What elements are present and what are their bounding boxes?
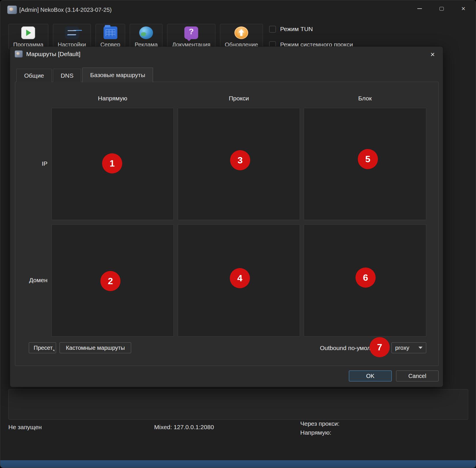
outbound-select[interactable]: proxy bbox=[391, 342, 426, 353]
status-direct: Напрямую: bbox=[300, 428, 339, 437]
server-list-panel bbox=[8, 389, 468, 420]
maximize-icon bbox=[439, 7, 444, 11]
toolbar-docs-button[interactable]: Документация bbox=[167, 24, 215, 49]
status-via-proxy: Через прокси: bbox=[300, 419, 339, 428]
toolbar-program-button[interactable]: Программа bbox=[8, 24, 48, 49]
nekobox-window: [Admin] NekoBox (3.14-2023-07-25) × Прог… bbox=[0, 0, 476, 468]
bottom-bar bbox=[0, 460, 476, 468]
ok-button[interactable]: OK bbox=[349, 370, 392, 381]
annotation-marker-5: 5 bbox=[358, 149, 378, 169]
status-mixed-address: Mixed: 127.0.0.1:2080 bbox=[154, 424, 214, 431]
tun-mode-checkbox[interactable]: Режим TUN bbox=[269, 26, 353, 33]
window-controls: × bbox=[412, 2, 471, 15]
annotation-marker-6: 6 bbox=[355, 268, 376, 288]
dialog-title: Маршруты [Default] bbox=[26, 51, 81, 58]
status-state: Не запущен bbox=[8, 424, 42, 431]
server-icon bbox=[104, 26, 117, 39]
app-icon bbox=[7, 5, 17, 14]
outbound-select-value: proxy bbox=[395, 345, 409, 351]
close-button[interactable]: × bbox=[456, 2, 471, 15]
column-header-proxy: Прокси bbox=[178, 95, 300, 102]
row-label-ip: IP bbox=[15, 160, 47, 167]
annotation-marker-1: 1 bbox=[102, 153, 122, 173]
program-icon bbox=[21, 26, 35, 39]
annotation-marker-4: 4 bbox=[230, 268, 250, 288]
main-titlebar: [Admin] NekoBox (3.14-2023-07-25) × bbox=[0, 0, 476, 20]
dialog-app-icon bbox=[15, 50, 23, 58]
routes-frame: Напрямую Прокси Блок IP Домен Пресет Кас… bbox=[15, 82, 439, 366]
preset-button[interactable]: Пресет bbox=[29, 342, 56, 353]
tab-dns[interactable]: DNS bbox=[53, 69, 81, 82]
globe-icon bbox=[139, 26, 153, 39]
status-traffic: Через прокси: Напрямую: bbox=[300, 419, 339, 437]
close-icon: × bbox=[461, 5, 465, 12]
annotation-marker-3: 3 bbox=[230, 150, 250, 170]
toolbar-settings-button[interactable]: Настройки bbox=[53, 24, 91, 49]
column-header-direct: Напрямую bbox=[51, 95, 174, 102]
minimize-icon bbox=[417, 8, 422, 9]
outbound-default-label: Outbound по-умолч bbox=[320, 345, 374, 352]
update-arrow-icon bbox=[234, 26, 248, 39]
column-header-block: Блок bbox=[304, 95, 426, 102]
dialog-close-button[interactable]: × bbox=[426, 48, 439, 60]
mode-checkboxes: Режим TUN Режим системного прокси bbox=[269, 26, 353, 48]
tun-mode-label: Режим TUN bbox=[280, 26, 313, 33]
tun-mode-checkbox-box[interactable] bbox=[269, 26, 276, 33]
custom-routes-button[interactable]: Кастомные маршруты bbox=[60, 342, 131, 353]
maximize-button[interactable] bbox=[434, 2, 449, 15]
row-label-domain: Домен bbox=[15, 277, 47, 284]
dialog-tabs: Общие DNS Базовые маршруты bbox=[16, 68, 154, 82]
toolbar-server-button[interactable]: Сервер bbox=[95, 24, 125, 49]
annotation-marker-2: 2 bbox=[100, 271, 121, 291]
settings-icon bbox=[65, 26, 79, 39]
routes-dialog: Маршруты [Default] × Общие DNS Базовые м… bbox=[10, 46, 443, 387]
dialog-titlebar: Маршруты [Default] × bbox=[10, 47, 443, 62]
window-title: [Admin] NekoBox (3.14-2023-07-25) bbox=[19, 7, 112, 13]
chevron-down-icon bbox=[418, 347, 423, 349]
question-bubble-icon bbox=[184, 26, 198, 39]
tab-general[interactable]: Общие bbox=[16, 69, 52, 82]
toolbar-update-button[interactable]: Обновление bbox=[220, 24, 263, 49]
toolbar-ads-button[interactable]: Реклама bbox=[130, 24, 163, 49]
main-toolbar: Программа Настройки Сервер Реклама Докум… bbox=[8, 24, 263, 49]
annotation-marker-7: 7 bbox=[370, 337, 390, 357]
cancel-button[interactable]: Cancel bbox=[396, 370, 439, 381]
minimize-button[interactable] bbox=[412, 2, 427, 15]
tab-basic-routes[interactable]: Базовые маршруты bbox=[82, 68, 153, 82]
